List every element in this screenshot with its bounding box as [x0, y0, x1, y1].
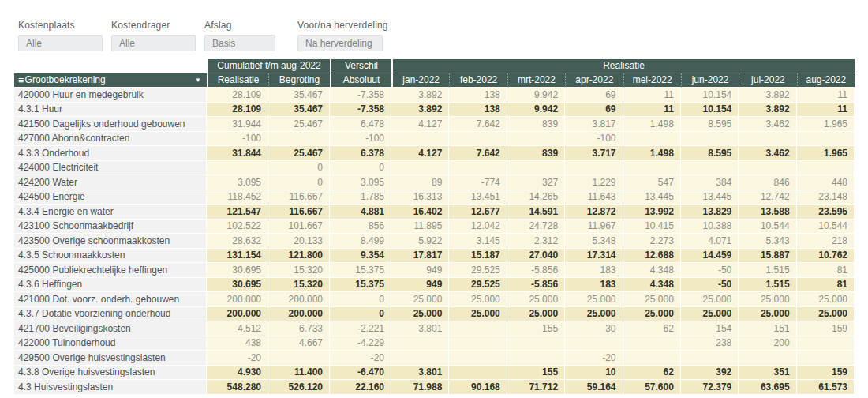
- cell-begroting: [268, 351, 330, 366]
- table-row: 4.3.5 Schoonmaakkosten131.154121.8009.35…: [14, 249, 855, 264]
- cell-aug-2022: 25.000: [797, 292, 855, 307]
- herverdeling-label: Voor/na herverdeling: [297, 20, 388, 31]
- cell-jun-2022: 25.000: [681, 307, 739, 322]
- table-row: 421700 Beveiligingskosten4.5126.733-2.22…: [14, 321, 855, 336]
- kostenplaats-select[interactable]: Alle: [18, 35, 103, 51]
- cell-mei-2022: 25.000: [623, 292, 681, 307]
- cell-begroting: 20.133: [268, 234, 330, 249]
- cell-begroting: 116.667: [268, 205, 330, 220]
- cell-realisatie: 438: [207, 336, 268, 351]
- cell-realisatie: -100: [207, 132, 268, 147]
- row-label: 424000 Electriciteit: [14, 161, 207, 176]
- cell-jan-2022: 3.801: [391, 321, 449, 336]
- cell-begroting: 25.467: [268, 117, 330, 132]
- cell-jun-2022: 10.154: [681, 103, 739, 118]
- filter-kostenplaats: Kostenplaats Alle: [18, 20, 103, 51]
- cell-feb-2022: 29.525: [449, 263, 507, 278]
- cell-feb-2022: [449, 132, 507, 147]
- cell-begroting: 35.467: [268, 88, 330, 103]
- cell-begroting: 526.120: [268, 380, 330, 395]
- cell-jun-2022: 25.000: [681, 292, 739, 307]
- group-header-cumulative: Cumulatief t/m aug-2022: [207, 59, 330, 73]
- cell-mrt-2022: 839: [507, 117, 565, 132]
- cell-mrt-2022: 155: [507, 366, 565, 381]
- kostendrager-select[interactable]: Alle: [111, 35, 196, 51]
- cell-feb-2022: 12.042: [449, 220, 507, 235]
- cell-begroting: [268, 132, 330, 147]
- cell-mei-2022: 62: [623, 321, 681, 336]
- cell-mrt-2022: 2.312: [507, 234, 565, 249]
- cell-begroting: 121.800: [268, 249, 330, 264]
- cell-jul-2022: 13.588: [739, 205, 796, 220]
- cell-jun-2022: 238: [681, 336, 739, 351]
- cell-begroting: 0: [268, 175, 330, 190]
- cell-mrt-2022: 25.000: [507, 307, 565, 322]
- cell-feb-2022: [449, 366, 507, 381]
- grootboekrekening-header[interactable]: ≡ Grootboekrekening ▼: [14, 73, 207, 88]
- cell-feb-2022: 90.168: [449, 380, 507, 395]
- cell-begroting: 11.400: [268, 366, 330, 381]
- cell-jul-2022: 5.343: [739, 234, 796, 249]
- row-label: 421000 Dot. voorz. onderh. gebouwen: [14, 292, 207, 307]
- cell-mrt-2022: -5.856: [507, 278, 565, 293]
- cell-mei-2022: 11: [623, 88, 681, 103]
- cell-jan-2022: 25.000: [391, 292, 449, 307]
- cell-mrt-2022: [507, 351, 565, 366]
- cell-feb-2022: 3.145: [449, 234, 507, 249]
- cell-mei-2022: 2.273: [623, 234, 681, 249]
- column-header-row: ≡ Grootboekrekening ▼ RealisatieBegrotin…: [14, 73, 855, 88]
- cell-jan-2022: 4.127: [391, 146, 449, 161]
- cell-jan-2022: 89: [391, 175, 449, 190]
- table-row: 424500 Energie118.452116.6671.78516.3131…: [14, 190, 855, 205]
- cell-feb-2022: [449, 336, 507, 351]
- table-row: 427000 Abonn&contracten-100-100-100: [14, 132, 855, 147]
- cell-aug-2022: 23.595: [797, 205, 855, 220]
- cell-jun-2022: 13.829: [681, 205, 739, 220]
- row-label: 423500 Overige schoonmaakkosten: [14, 234, 207, 249]
- cell-jan-2022: 25.000: [391, 307, 449, 322]
- row-label: 4.3.3 Onderhoud: [14, 146, 207, 161]
- cell-jan-2022: 11.895: [391, 220, 449, 235]
- cell-apr-2022: 25.000: [565, 307, 623, 322]
- cell-absoluut: 3.095: [330, 175, 391, 190]
- filter-bar: Kostenplaats Alle Kostendrager Alle Afsl…: [0, 0, 868, 51]
- table-row: 424200 Water3.09503.09589-7743271.229547…: [14, 175, 855, 190]
- column-header-apr-2022: apr-2022: [565, 73, 623, 88]
- cell-jan-2022: 71.988: [391, 380, 449, 395]
- menu-icon[interactable]: ≡: [18, 75, 24, 85]
- cell-absoluut: -4.229: [330, 336, 391, 351]
- cell-absoluut: 6.478: [330, 117, 391, 132]
- cell-realisatie: 118.452: [207, 190, 268, 205]
- cell-jun-2022: -50: [681, 263, 739, 278]
- cell-mei-2022: 25.000: [623, 307, 681, 322]
- row-label: 4.3 Huisvestingslasten: [14, 380, 207, 395]
- cell-mei-2022: 13.992: [623, 205, 681, 220]
- cell-mei-2022: 1.498: [623, 117, 681, 132]
- cell-jul-2022: [739, 132, 796, 147]
- kostenplaats-label: Kostenplaats: [18, 20, 103, 31]
- cell-jan-2022: 3.892: [391, 88, 449, 103]
- cell-aug-2022: 1.965: [797, 146, 855, 161]
- chevron-down-icon[interactable]: ▼: [195, 77, 201, 84]
- herverdeling-select[interactable]: Na herverdeling: [297, 35, 383, 51]
- cell-absoluut: 6.378: [330, 146, 391, 161]
- table-row: 424000 Electriciteit00: [14, 161, 855, 176]
- cell-jul-2022: 200: [739, 336, 796, 351]
- cell-absoluut: 0: [330, 161, 391, 176]
- cell-jan-2022: 3.801: [391, 366, 449, 381]
- cell-jun-2022: 8.595: [681, 117, 739, 132]
- column-header-jan-2022: jan-2022: [391, 73, 449, 88]
- cell-realisatie: 4.930: [207, 366, 268, 381]
- cell-jul-2022: 3.462: [739, 146, 796, 161]
- cell-jan-2022: 16.402: [391, 205, 449, 220]
- cell-absoluut: -7.358: [330, 103, 391, 118]
- table-row: 421500 Dagelijks onderhoud gebouwen31.94…: [14, 117, 855, 132]
- afslag-select[interactable]: Basis: [204, 35, 275, 51]
- cell-absoluut: 0: [330, 307, 391, 322]
- row-label: 421500 Dagelijks onderhoud gebouwen: [14, 117, 207, 132]
- cell-jul-2022: 12.742: [739, 190, 796, 205]
- cell-mei-2022: [623, 336, 681, 351]
- cell-feb-2022: 13.451: [449, 190, 507, 205]
- cell-mei-2022: [623, 132, 681, 147]
- cell-mrt-2022: -5.856: [507, 263, 565, 278]
